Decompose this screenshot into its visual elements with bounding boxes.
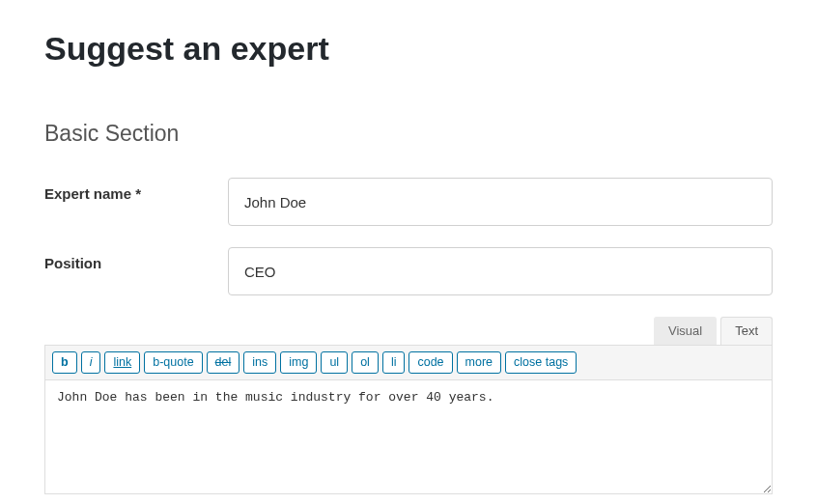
page-title: Suggest an expert <box>44 29 773 69</box>
tab-visual[interactable]: Visual <box>654 317 717 345</box>
qt-ol-button[interactable]: ol <box>352 351 379 374</box>
input-position[interactable] <box>228 247 773 295</box>
qt-code-button[interactable]: code <box>408 351 452 374</box>
qt-ins-button[interactable]: ins <box>243 351 276 374</box>
page-container: Suggest an expert Basic Section Expert n… <box>0 29 817 504</box>
row-expert-name: Expert name * <box>44 178 773 226</box>
editor: Visual Text b i link b-quote del ins img… <box>44 317 773 494</box>
qt-italic-button[interactable]: i <box>81 351 101 374</box>
editor-tabs: Visual Text <box>44 317 773 345</box>
qt-link-button[interactable]: link <box>104 351 140 374</box>
editor-textarea[interactable] <box>44 380 773 494</box>
qt-bold-button[interactable]: b <box>52 351 77 374</box>
tab-text[interactable]: Text <box>720 317 773 345</box>
qt-del-button[interactable]: del <box>207 351 240 374</box>
section-title: Basic Section <box>44 121 773 148</box>
qt-close-tags-button[interactable]: close tags <box>505 351 577 374</box>
qt-bquote-button[interactable]: b-quote <box>144 351 202 374</box>
qt-img-button[interactable]: img <box>280 351 317 374</box>
input-expert-name[interactable] <box>228 178 773 226</box>
label-position: Position <box>44 247 228 271</box>
quicktags-toolbar: b i link b-quote del ins img ul ol li co… <box>44 345 773 380</box>
label-expert-name: Expert name * <box>44 178 228 202</box>
qt-ul-button[interactable]: ul <box>321 351 348 374</box>
qt-li-button[interactable]: li <box>382 351 406 374</box>
row-position: Position <box>44 247 773 295</box>
qt-more-button[interactable]: more <box>457 351 501 374</box>
